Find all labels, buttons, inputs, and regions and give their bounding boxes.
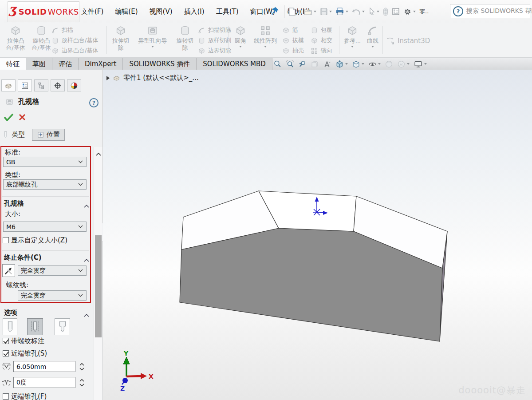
apply-scene-icon[interactable] [397, 60, 410, 68]
hide-show-items-icon[interactable] [368, 60, 381, 68]
section-view-icon[interactable] [311, 60, 319, 68]
scrollbar-thumb[interactable] [95, 235, 102, 337]
tab-evaluate[interactable]: 评估 [52, 58, 79, 70]
new-document-button[interactable] [288, 8, 300, 16]
options-gear-button[interactable] [403, 8, 416, 16]
view-orientation-icon[interactable] [335, 60, 348, 68]
zoom-area-icon[interactable] [286, 60, 294, 68]
tab-solidworks-mbd[interactable]: SOLIDWORKS MBD [196, 58, 272, 70]
apply-scene-caret[interactable] [407, 63, 410, 65]
edit-appearance-icon[interactable] [385, 60, 393, 68]
part-model[interactable]: Y X Z [103, 70, 532, 400]
standard-select[interactable]: GB [3, 157, 87, 167]
tab-hole-type[interactable]: 类型 [2, 131, 25, 139]
sweep-cut-button[interactable]: 扫描切除 [198, 26, 231, 35]
loft-boss-button[interactable]: 放样凸台/基体 [51, 36, 98, 45]
near-cone-diameter-stepper[interactable] [78, 361, 85, 372]
fillet-button[interactable]: 圆角 [231, 25, 250, 48]
revolve-cut-button[interactable]: 旋转切除 [174, 25, 196, 51]
search-input[interactable]: 搜索 SOLIDWORKS 帮助 [466, 7, 532, 15]
hole-option-drilled-button[interactable] [3, 318, 17, 335]
print-caret[interactable] [346, 11, 348, 12]
scrollbar-up-icon[interactable] [96, 149, 101, 158]
collapse-options-icon[interactable] [84, 310, 89, 319]
end-condition-select[interactable]: 完全贯穿 [18, 265, 87, 276]
hole-option-counterbore-button[interactable] [55, 318, 70, 335]
view-orientation-caret[interactable] [345, 63, 348, 65]
rib-button[interactable]: 筋 [282, 26, 298, 35]
near-cone-angle-stepper[interactable] [78, 377, 85, 388]
reverse-direction-button[interactable] [2, 264, 15, 277]
undo-caret[interactable] [362, 11, 365, 12]
extrude-boss-button[interactable]: 拉伸凸台/基体 [3, 25, 28, 51]
tab-features[interactable]: 特征 [0, 58, 26, 70]
view-settings-caret[interactable] [424, 63, 427, 65]
panel-scrollbar[interactable] [94, 147, 102, 400]
hole-type-select[interactable]: 底部螺纹孔 [3, 179, 87, 190]
fillet-caret[interactable] [239, 46, 242, 48]
manager-tab-featuretree[interactable] [1, 79, 16, 91]
ok-button[interactable] [4, 113, 14, 123]
reference-geometry-button[interactable]: 参考... [342, 25, 363, 48]
manager-tab-dimxpert[interactable] [51, 79, 65, 91]
curves-button[interactable]: 曲线 [364, 25, 382, 48]
view-settings-icon[interactable] [414, 60, 427, 68]
save-caret[interactable] [329, 11, 332, 12]
hole-option-tapped-button[interactable] [27, 318, 43, 335]
size-select[interactable]: M6 [3, 222, 87, 232]
hide-show-caret[interactable] [378, 63, 381, 65]
annotation-view-icon[interactable] [323, 60, 331, 68]
near-cone-angle-input[interactable]: 0度 [13, 377, 75, 388]
display-style-icon[interactable] [352, 60, 364, 68]
previous-view-icon[interactable] [298, 60, 307, 68]
boundary-boss-button[interactable]: 边界凸台/基体 [51, 46, 98, 55]
manager-tab-propertymanager[interactable] [18, 79, 32, 91]
tab-sketch[interactable]: 草图 [26, 58, 52, 70]
manager-tab-displaymanager[interactable] [67, 79, 81, 91]
show-custom-size-checkbox[interactable] [3, 237, 9, 243]
loft-cut-button[interactable]: 放样切割 [198, 36, 231, 45]
graphics-viewport[interactable]: 零件1 (默认<<默认>_... Y [103, 70, 532, 400]
menu-edit[interactable]: 编辑(E) [115, 8, 138, 16]
new-document-caret[interactable] [297, 11, 300, 12]
linear-pattern-button[interactable]: 线性阵列 [251, 25, 280, 48]
search-box[interactable]: ? 搜索 SOLIDWORKS 帮助 [450, 4, 530, 18]
gear-caret[interactable] [413, 11, 416, 12]
reference-caret[interactable] [351, 46, 354, 48]
options-form-button[interactable] [392, 8, 400, 16]
wrap-button[interactable]: 包覆 [311, 26, 332, 35]
collapse-end-condition-icon[interactable] [84, 255, 89, 264]
intersect-button[interactable]: 相交 [311, 36, 332, 45]
far-cone-checkbox[interactable] [3, 393, 9, 400]
near-cone-checkbox[interactable] [3, 350, 9, 356]
open-caret[interactable] [314, 11, 316, 12]
zoom-fit-icon[interactable] [273, 60, 282, 68]
hole-wizard-button[interactable]: 异型孔向导 [133, 25, 173, 48]
save-button[interactable] [320, 8, 332, 16]
revolve-boss-button[interactable]: 旋转凸台/基体 [28, 25, 54, 51]
select-caret[interactable] [377, 11, 379, 12]
print-button[interactable] [335, 8, 348, 16]
thread-select[interactable]: 完全贯穿 [18, 290, 87, 301]
menu-insert[interactable]: 插入(I) [184, 8, 205, 16]
manager-tab-configurations[interactable] [34, 79, 48, 91]
open-button[interactable] [303, 8, 316, 16]
extrude-cut-button[interactable]: 拉伸切除 [109, 25, 132, 51]
undo-button[interactable] [352, 8, 365, 16]
search-help-icon[interactable]: ? [453, 6, 463, 16]
sweep-button[interactable]: 扫描 [51, 26, 73, 35]
instant3d-button[interactable]: Instant3D [386, 36, 430, 45]
help-icon[interactable]: ? [89, 98, 99, 107]
draft-button[interactable]: 拔模 [282, 36, 304, 45]
pin-menu-icon[interactable] [271, 6, 280, 18]
thread-callout-checkbox[interactable] [3, 338, 9, 344]
mirror-button[interactable]: 镜向 [311, 46, 332, 55]
linear-pattern-caret[interactable] [264, 46, 267, 48]
near-cone-diameter-input[interactable]: 6.050mm [13, 361, 75, 372]
curves-caret[interactable] [371, 46, 374, 48]
tab-dimxpert[interactable]: DimXpert [78, 58, 123, 70]
collapse-hole-spec-icon[interactable] [84, 201, 89, 210]
menu-view[interactable]: 视图(V) [150, 8, 173, 16]
menu-tools[interactable]: 工具(T) [216, 8, 239, 16]
shell-button[interactable]: 抽壳 [282, 46, 304, 55]
